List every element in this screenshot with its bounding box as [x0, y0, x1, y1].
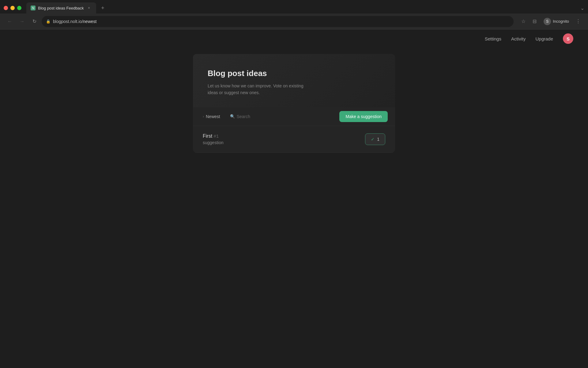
avatar[interactable]: S	[563, 33, 573, 44]
table-row[interactable]: First #1 suggestion ✓ 1	[193, 126, 395, 153]
top-nav-links: Settings Activity Upgrade S	[485, 33, 573, 44]
hero-section: Blog post ideas Let us know how we can i…	[193, 54, 395, 107]
url-text: blogpost.nolt.io/newest	[53, 19, 509, 24]
hero-subtitle: Let us know how we can improve. Vote on …	[208, 82, 380, 96]
browser-tab[interactable]: N Blog post ideas Feedback ×	[26, 2, 96, 13]
new-tab-button[interactable]: +	[99, 4, 107, 12]
more-options-button[interactable]: ⋮	[573, 17, 583, 26]
incognito-icon: S	[544, 18, 551, 25]
top-nav: Settings Activity Upgrade S	[0, 29, 588, 48]
lock-icon: 🔒	[46, 19, 51, 24]
tab-title: Blog post ideas Feedback	[38, 6, 84, 10]
bookmark-button[interactable]: ☆	[518, 17, 528, 26]
search-icon: 🔍	[230, 114, 235, 119]
activity-link[interactable]: Activity	[511, 36, 526, 41]
split-button[interactable]: ⊟	[530, 17, 539, 26]
toolbar: › Newest 🔍 Search Make a suggestion	[193, 107, 395, 126]
browser-actions: ☆ ⊟ S Incognito ⋮	[518, 17, 583, 26]
suggestion-title: First #1	[203, 133, 365, 139]
reload-button[interactable]: ↻	[29, 17, 39, 26]
upgrade-link[interactable]: Upgrade	[535, 36, 553, 41]
checkmark-icon: ✓	[371, 137, 375, 142]
suggestion-description: suggestion	[203, 140, 365, 145]
browser-chrome: N Blog post ideas Feedback × + ⌄ ← → ↻ 🔒…	[0, 0, 588, 29]
search-area[interactable]: 🔍 Search	[228, 112, 253, 121]
tab-favicon: N	[31, 6, 36, 10]
back-button[interactable]: ←	[5, 17, 15, 26]
tab-menu-button[interactable]: ⌄	[580, 5, 584, 11]
hero-title: Blog post ideas	[208, 69, 380, 78]
page-content: Settings Activity Upgrade S Blog post id…	[0, 29, 588, 368]
incognito-badge[interactable]: S Incognito	[541, 17, 572, 26]
chevron-right-icon: ›	[203, 114, 204, 119]
search-placeholder: Search	[237, 114, 250, 119]
maximize-window-button[interactable]	[17, 6, 21, 10]
settings-link[interactable]: Settings	[485, 36, 501, 41]
tab-close-button[interactable]: ×	[86, 5, 92, 11]
address-bar: ← → ↻ 🔒 blogpost.nolt.io/newest ☆ ⊟ S In…	[0, 13, 588, 29]
suggestions-list: First #1 suggestion ✓ 1	[193, 126, 395, 153]
url-bar[interactable]: 🔒 blogpost.nolt.io/newest	[42, 16, 514, 27]
vote-count: 1	[377, 137, 379, 142]
incognito-label: Incognito	[553, 19, 569, 24]
vote-button[interactable]: ✓ 1	[365, 133, 385, 145]
window-controls	[4, 6, 21, 10]
forward-button[interactable]: →	[17, 17, 27, 26]
sort-button[interactable]: › Newest	[200, 112, 223, 121]
suggestion-info: First #1 suggestion	[203, 133, 365, 145]
minimize-window-button[interactable]	[10, 6, 15, 10]
main-panel: Blog post ideas Let us know how we can i…	[193, 54, 395, 153]
close-window-button[interactable]	[4, 6, 8, 10]
sort-label: Newest	[206, 114, 220, 119]
make-suggestion-button[interactable]: Make a suggestion	[339, 111, 388, 122]
suggestion-number: #1	[214, 133, 219, 139]
tab-bar: N Blog post ideas Feedback × + ⌄	[0, 0, 588, 13]
